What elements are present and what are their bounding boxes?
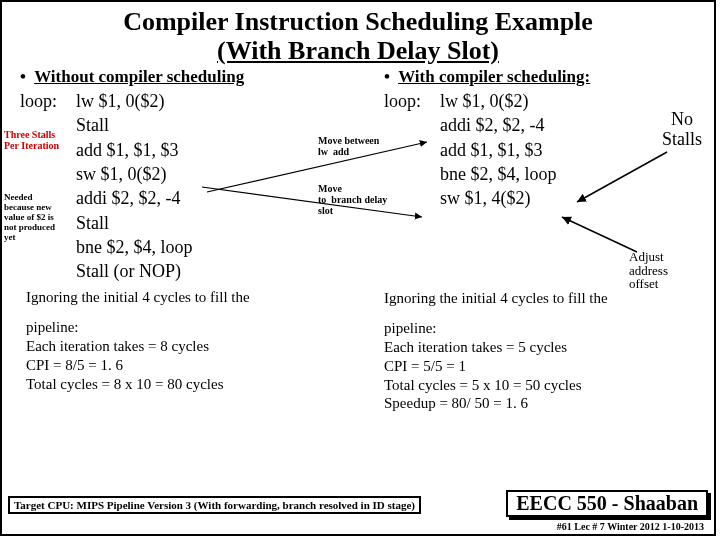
- left-ignoring: Ignoring the initial 4 cycles to fill th…: [26, 288, 380, 307]
- left-instr-7: Stall (or NOP): [76, 259, 380, 283]
- left-cpi: CPI = 8/5 = 1. 6: [26, 356, 380, 375]
- right-cpi: CPI = 5/5 = 1: [384, 357, 714, 376]
- svg-line-3: [202, 187, 422, 217]
- note-three-stalls: Three Stalls Per Iteration: [4, 129, 59, 151]
- right-pipeline: pipeline:: [384, 319, 714, 338]
- slide: Compiler Instruction Scheduling Example …: [0, 0, 716, 536]
- loop-label-left: loop:: [20, 89, 76, 113]
- right-speedup: Speedup = 80/ 50 = 1. 6: [384, 394, 714, 413]
- svg-line-0: [577, 152, 667, 202]
- right-total: Total cycles = 5 x 10 = 50 cycles: [384, 376, 714, 395]
- loop-label-right: loop:: [384, 89, 440, 113]
- title-line-2: (With Branch Delay Slot): [217, 36, 499, 65]
- arrow-no-stalls-icon: [562, 147, 672, 217]
- right-heading: • With compiler scheduling:: [384, 67, 714, 87]
- left-heading-text: Without compiler scheduling: [34, 67, 244, 86]
- slide-title: Compiler Instruction Scheduling Example …: [2, 8, 714, 65]
- arrow-adjust-icon: [552, 212, 652, 262]
- right-ignoring: Ignoring the initial 4 cycles to fill th…: [384, 289, 714, 308]
- svg-line-1: [562, 217, 637, 252]
- course-badge: EECC 550 - Shaaban: [506, 490, 708, 517]
- left-instr-6: bne $2, $4, loop: [76, 235, 380, 259]
- bullet: •: [20, 67, 34, 86]
- right-heading-text: With compiler scheduling:: [398, 67, 590, 86]
- title-line-1: Compiler Instruction Scheduling Example: [123, 7, 593, 36]
- left-instr-0: lw $1, 0($2): [76, 91, 165, 111]
- bullet-r: •: [384, 67, 398, 86]
- no-stalls-label: No Stalls: [662, 110, 702, 150]
- note-needed: Needed because new value of $2 is not pr…: [4, 193, 66, 242]
- left-column: • Without compiler scheduling loop:lw $1…: [2, 67, 380, 413]
- arrow-move-branch-icon: [172, 182, 432, 232]
- left-instr-1: Stall: [76, 113, 380, 137]
- right-takes: Each iteration takes = 5 cycles: [384, 338, 714, 357]
- left-total: Total cycles = 8 x 10 = 80 cycles: [26, 375, 380, 394]
- right-instr-0: lw $1, 0($2): [440, 91, 529, 111]
- left-heading: • Without compiler scheduling: [20, 67, 380, 87]
- left-takes: Each iteration takes = 8 cycles: [26, 337, 380, 356]
- left-pipeline: pipeline:: [26, 318, 380, 337]
- target-cpu-note: Target CPU: MIPS Pipeline Version 3 (Wit…: [8, 496, 421, 514]
- slide-footer: #61 Lec # 7 Winter 2012 1-10-2013: [557, 521, 704, 532]
